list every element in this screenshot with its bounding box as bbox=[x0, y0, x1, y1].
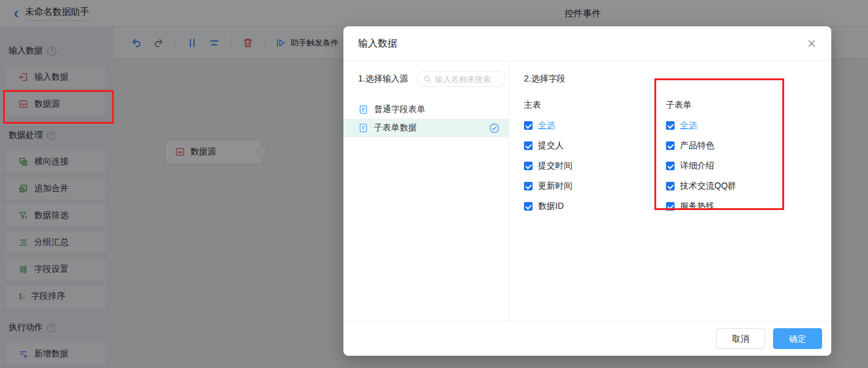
checkbox-checked[interactable] bbox=[666, 162, 675, 170]
field-checkbox-row: 提交人 bbox=[524, 140, 666, 151]
field-label: 技术交流QQ群 bbox=[680, 181, 736, 192]
field-label: 详细介绍 bbox=[680, 160, 714, 171]
close-icon[interactable]: ✕ bbox=[807, 37, 817, 51]
checkbox-checked[interactable] bbox=[524, 121, 533, 130]
source-panel: 1.选择输入源 普通字 bbox=[343, 61, 509, 321]
modal-footer: 取消 确定 bbox=[343, 321, 831, 356]
checkbox-checked[interactable] bbox=[666, 121, 675, 130]
source-panel-header: 1.选择输入源 bbox=[343, 71, 509, 87]
modal-title: 输入数据 bbox=[358, 37, 397, 50]
checkbox-checked[interactable] bbox=[524, 202, 533, 211]
input-data-modal: 输入数据 ✕ 1.选择输入源 bbox=[343, 26, 831, 356]
field-checkbox-row: 全选 bbox=[524, 120, 666, 131]
field-checkbox-row: 全选 bbox=[666, 120, 808, 131]
search-icon bbox=[423, 75, 432, 83]
app-window: ‹ 未命名数据助手 控件事件 输入数据 ? 输入数据 数据源 数据处理 ? bbox=[0, 0, 868, 368]
source-item-label: 子表单数据 bbox=[374, 122, 417, 133]
field-checkbox-row: 数据ID bbox=[524, 201, 666, 212]
confirm-button[interactable]: 确定 bbox=[773, 328, 822, 349]
selected-check-icon bbox=[489, 123, 499, 133]
source-section-label: 1.选择输入源 bbox=[358, 73, 408, 84]
search-input[interactable] bbox=[435, 75, 499, 84]
source-item-normal-form[interactable]: 普通字段表单 bbox=[343, 100, 509, 119]
field-checkbox-row: 更新时间 bbox=[524, 181, 666, 192]
field-checkbox-row: 提交时间 bbox=[524, 160, 666, 171]
checkbox-checked[interactable] bbox=[666, 141, 675, 150]
modal-header: 输入数据 ✕ bbox=[343, 26, 831, 61]
checkbox-checked[interactable] bbox=[524, 182, 533, 190]
checkbox-checked[interactable] bbox=[524, 141, 533, 150]
field-checkbox-row: 技术交流QQ群 bbox=[666, 181, 808, 192]
field-column-subform: 子表单 全选 产品特色 详细介绍 bbox=[666, 100, 808, 221]
cancel-button[interactable]: 取消 bbox=[716, 328, 765, 349]
form-doc-icon bbox=[359, 105, 368, 115]
field-label: 服务热线 bbox=[680, 201, 714, 212]
field-column-main-table: 主表 全选 提交人 提交时间 bbox=[524, 100, 666, 221]
field-checkbox-row: 产品特色 bbox=[666, 140, 808, 151]
fields-section-label: 2.选择字段 bbox=[524, 73, 817, 84]
column-title: 子表单 bbox=[666, 100, 808, 111]
field-checkbox-row: 服务热线 bbox=[666, 201, 808, 212]
select-all-link[interactable]: 全选 bbox=[680, 120, 697, 131]
source-item-label: 普通字段表单 bbox=[374, 104, 425, 115]
checkbox-checked[interactable] bbox=[666, 202, 675, 211]
column-title: 主表 bbox=[524, 100, 666, 111]
checkbox-checked[interactable] bbox=[666, 182, 675, 190]
modal-body: 1.选择输入源 普通字 bbox=[343, 61, 831, 321]
field-label: 数据ID bbox=[538, 201, 564, 212]
checkbox-checked[interactable] bbox=[524, 162, 533, 170]
field-label: 产品特色 bbox=[680, 140, 714, 151]
field-checkbox-row: 详细介绍 bbox=[666, 160, 808, 171]
source-item-subform-data[interactable]: 子表单数据 bbox=[343, 119, 509, 137]
search-box[interactable] bbox=[416, 71, 506, 87]
fields-panel: 2.选择字段 主表 全选 提交人 bbox=[509, 61, 831, 321]
source-list: 普通字段表单 子表单数据 bbox=[343, 100, 509, 137]
field-columns: 主表 全选 提交人 提交时间 bbox=[524, 100, 817, 221]
field-label: 提交时间 bbox=[538, 160, 572, 171]
field-label: 更新时间 bbox=[538, 181, 572, 192]
form-doc-icon bbox=[359, 123, 368, 133]
field-label: 提交人 bbox=[538, 140, 564, 151]
select-all-link[interactable]: 全选 bbox=[538, 120, 555, 131]
